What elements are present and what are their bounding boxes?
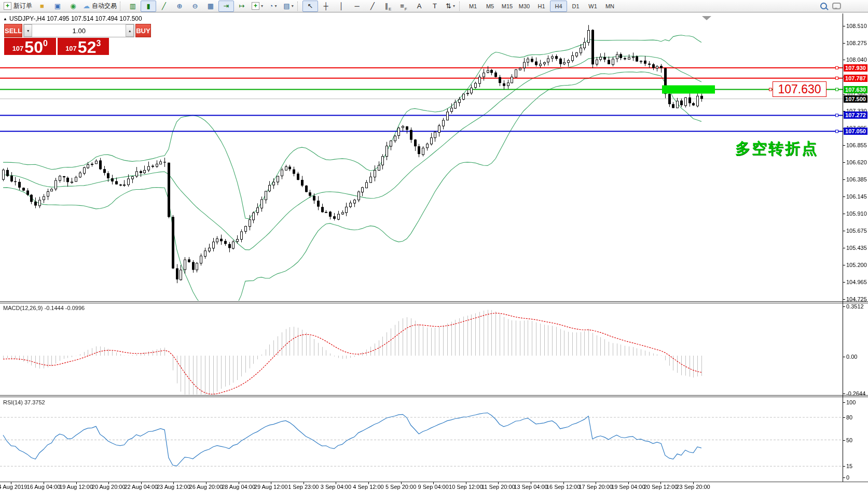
tool-modifier-letter: E bbox=[389, 7, 391, 11]
fibonacci-button[interactable]: ≡F bbox=[396, 1, 411, 12]
chart-window: ▲USDJPY-,H4 107.495 107.514 107.494 107.… bbox=[0, 13, 868, 492]
templates-button[interactable]: ▤▾ bbox=[281, 1, 296, 12]
candlestick-chart-icon: ▮ bbox=[146, 3, 150, 9]
chart-shift-button[interactable]: ↦ bbox=[234, 1, 250, 12]
periods-button[interactable]: ◔▾ bbox=[265, 1, 281, 12]
price-callout-label[interactable]: 107.630 bbox=[773, 81, 826, 97]
vertical-line-button[interactable]: │ bbox=[334, 1, 349, 12]
volume-decrease-button[interactable]: ▼ bbox=[24, 24, 32, 37]
indicators-button[interactable]: +▾ bbox=[250, 1, 265, 12]
buy-price-panel[interactable]: 107523 bbox=[58, 38, 109, 55]
data-window-button[interactable]: ▣ bbox=[50, 1, 65, 12]
candlestick-chart-button[interactable]: ▮ bbox=[141, 1, 156, 12]
turning-point-text[interactable]: 多空转折点 bbox=[735, 138, 818, 159]
auto-scroll-button[interactable]: ⇥ bbox=[218, 1, 234, 12]
cursor-button[interactable]: ↖ bbox=[302, 1, 318, 12]
cursor-icon: ↖ bbox=[308, 3, 313, 9]
chevron-down-icon: ▾ bbox=[274, 4, 277, 8]
chevron-down-icon: ▾ bbox=[261, 4, 263, 8]
chart-profiles-icon: ■ bbox=[40, 3, 44, 9]
periods-icon: ◔ bbox=[269, 3, 273, 9]
crosshair-button[interactable]: ┼ bbox=[318, 1, 334, 12]
text-label-button[interactable]: T bbox=[427, 1, 443, 12]
bar-chart-icon: ▥ bbox=[130, 3, 136, 9]
tf-m15-button[interactable]: M15 bbox=[499, 1, 516, 12]
fibonacci-icon: ≡ bbox=[400, 3, 404, 9]
zoom-out-icon: ⊖ bbox=[192, 3, 198, 9]
text-label-icon: T bbox=[433, 3, 437, 9]
tile-windows-button[interactable]: ▦ bbox=[203, 1, 218, 12]
tf-m30-button[interactable]: M30 bbox=[516, 1, 533, 12]
chart-profiles-button[interactable]: ■ bbox=[34, 1, 50, 12]
arrows-button[interactable]: ⇅▾ bbox=[443, 1, 458, 12]
tf-d1-button[interactable]: D1 bbox=[567, 1, 584, 12]
navigator-icon: ◉ bbox=[70, 3, 76, 9]
zoom-in-icon: ⊕ bbox=[177, 3, 183, 9]
macd-indicator-label: MACD(12,26,9) -0.1444 -0.0996 bbox=[3, 305, 85, 311]
toolbar-separator bbox=[459, 2, 463, 11]
buy-price-big: 52 bbox=[78, 40, 97, 54]
sell-price-prefix: 107 bbox=[12, 45, 24, 52]
tf-h4-button[interactable]: H4 bbox=[550, 1, 567, 12]
volume-input[interactable] bbox=[32, 24, 126, 37]
tf-m1-button[interactable]: M1 bbox=[464, 1, 481, 12]
chevron-down-icon: ▾ bbox=[292, 4, 294, 8]
collapse-arrow-icon[interactable]: ▲ bbox=[3, 17, 7, 21]
zoom-out-button[interactable]: ⊖ bbox=[187, 1, 203, 12]
navigator-button[interactable]: ◉ bbox=[65, 1, 81, 12]
autotrading-button[interactable]: ☁自动交易 bbox=[81, 1, 119, 12]
buy-price-prefix: 107 bbox=[65, 45, 77, 52]
tile-windows-icon: ▦ bbox=[208, 3, 214, 9]
autotrading-icon: ☁ bbox=[83, 3, 90, 9]
chat-icon[interactable] bbox=[832, 3, 841, 9]
main-toolbar: +新订单■▣◉☁自动交易▥▮╱⊕⊖▦⇥↦+▾◔▾▤▾↖┼│─╱∥E≡FAT⇅▾M… bbox=[0, 0, 868, 12]
line-chart-icon: ╱ bbox=[162, 3, 166, 9]
text-icon: A bbox=[417, 3, 422, 9]
chevron-down-icon: ▾ bbox=[453, 4, 455, 8]
new-order-button-label: 新订单 bbox=[13, 2, 32, 10]
text-button[interactable]: A bbox=[411, 1, 427, 12]
buy-price-sup: 3 bbox=[96, 39, 101, 48]
horizontal-line-button[interactable]: ─ bbox=[349, 1, 365, 12]
new-order-icon: + bbox=[4, 2, 11, 10]
vertical-line-icon: │ bbox=[339, 3, 343, 9]
chart-title: ▲USDJPY-,H4 107.495 107.514 107.494 107.… bbox=[3, 15, 142, 22]
tool-modifier-letter: F bbox=[405, 7, 407, 11]
indicators-icon: + bbox=[252, 2, 259, 10]
toolbar-right-icons bbox=[820, 3, 841, 9]
sell-price-panel[interactable]: 107500 bbox=[4, 38, 56, 55]
mt4-terminal: +新订单■▣◉☁自动交易▥▮╱⊕⊖▦⇥↦+▾◔▾▤▾↖┼│─╱∥E≡FAT⇅▾M… bbox=[0, 0, 868, 492]
toolbar-separator bbox=[297, 2, 301, 11]
data-window-icon: ▣ bbox=[54, 3, 61, 9]
arrows-icon: ⇅ bbox=[446, 3, 451, 9]
chart-shift-icon: ↦ bbox=[239, 3, 245, 9]
equidistant-channel-button[interactable]: ∥E bbox=[380, 1, 396, 12]
templates-icon: ▤ bbox=[283, 3, 290, 9]
buy-button[interactable]: BUY bbox=[135, 24, 150, 37]
auto-scroll-icon: ⇥ bbox=[224, 3, 229, 9]
autotrading-button-label: 自动交易 bbox=[92, 2, 117, 10]
volume-increase-button[interactable]: ▲ bbox=[126, 24, 134, 37]
crosshair-icon: ┼ bbox=[323, 3, 328, 9]
bar-chart-button[interactable]: ▥ bbox=[125, 1, 141, 12]
zoom-in-button[interactable]: ⊕ bbox=[172, 1, 187, 12]
horizontal-line-icon: ─ bbox=[354, 3, 359, 9]
tf-w1-button[interactable]: W1 bbox=[584, 1, 601, 12]
line-chart-button[interactable]: ╱ bbox=[156, 1, 172, 12]
tf-mn-button[interactable]: MN bbox=[601, 1, 618, 12]
sell-price-big: 50 bbox=[24, 40, 43, 54]
tf-m5-button[interactable]: M5 bbox=[481, 1, 499, 12]
volume-stepper: ▼ ▲ bbox=[23, 24, 134, 37]
new-order-button[interactable]: +新订单 bbox=[2, 1, 34, 12]
tf-h1-button[interactable]: H1 bbox=[533, 1, 550, 12]
toolbar-separator bbox=[120, 2, 123, 11]
sell-button[interactable]: SELL bbox=[4, 24, 22, 37]
trendline-icon: ╱ bbox=[370, 3, 375, 9]
chart-title-text: USDJPY-,H4 107.495 107.514 107.494 107.5… bbox=[9, 15, 142, 22]
price-chart-canvas[interactable] bbox=[0, 13, 868, 492]
rsi-indicator-label: RSI(14) 37.3752 bbox=[3, 399, 45, 405]
one-click-trading-panel: SELL ▼ ▲ BUY 107500 107523 bbox=[4, 24, 109, 55]
trendline-button[interactable]: ╱ bbox=[365, 1, 380, 12]
equidistant-channel-icon: ∥ bbox=[385, 3, 389, 9]
search-icon[interactable] bbox=[820, 3, 827, 9]
